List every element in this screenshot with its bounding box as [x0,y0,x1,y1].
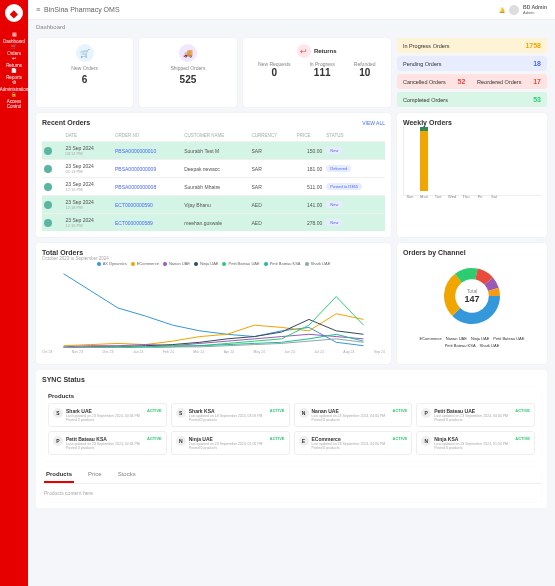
tab-stocks[interactable]: Stocks [116,467,138,483]
status-row: Cancelled Orders52Reordered Orders17 [397,74,547,89]
channel-icon: P [421,408,431,418]
avatar-icon [44,147,52,155]
table-row[interactable]: 23 Sep 202412:16 PM ECT0000000589 meehan… [42,214,385,232]
avatar[interactable] [509,5,519,15]
header: ≡ BinSina Pharmacy OMS 🔔 BD Admin Admin [28,0,555,20]
stat-new-orders: 🛒 New Orders 6 [36,38,133,107]
report-icon: 📄 [11,68,17,73]
avatar-icon [44,165,52,173]
tab-products[interactable]: Products [44,467,74,483]
status-list: In Progress Orders1758Pending Orders18Ca… [397,38,547,107]
channel-icon: N [421,436,431,446]
cart-icon: 🛒 [76,44,94,62]
view-all-link[interactable]: VIEW ALL [362,120,385,126]
sync-item[interactable]: N Ninja KSAACTIVE Last updated on 23 Sep… [416,431,535,455]
app-title: BinSina Pharmacy OMS [44,6,119,13]
return-icon: ↩ [12,56,16,61]
avatar-icon [44,219,52,227]
nav-reports[interactable]: 📄Reports [0,68,28,80]
weekly-orders: Weekly Orders SunMonTueWedThuFriSat [397,113,547,237]
nav-access-control[interactable]: 🔒Access Control [0,92,28,109]
bar: Mon [420,131,428,191]
sidebar: ◆ ▦Dashboard🛒Orders↩Returns📄Reports⚙Admi… [0,0,28,586]
stat-shipped: 🚚 Shipped Orders 525 [139,38,236,107]
menu-icon[interactable]: ≡ [36,6,40,13]
sync-item[interactable]: P Petit Bateau KSAACTIVE Last updated on… [48,431,167,455]
channel-icon: S [53,408,63,418]
sync-item[interactable]: N Ninja UAEACTIVE Last updated on 23 Sep… [171,431,290,455]
channel-icon: N [299,408,309,418]
nav-dashboard[interactable]: ▦Dashboard [0,32,28,44]
status-row: In Progress Orders1758 [397,38,547,53]
nav-administration[interactable]: ⚙Administration [0,80,28,92]
truck-icon: 🚚 [179,44,197,62]
sync-status: SYNC Status Products S Shark UAEACTIVE L… [36,370,547,508]
nav-returns[interactable]: ↩Returns [0,56,28,68]
channel-icon: N [176,436,186,446]
logo: ◆ [5,4,23,22]
table-row[interactable]: 23 Sep 202412:18 PM ECT0000000590 Vijay … [42,196,385,214]
avatar-icon [44,183,52,191]
orders-table: DATEORDER NOCUSTOMER NAMECURRENCYPRICEST… [42,130,385,231]
channel-icon: E [299,436,309,446]
weekly-bar-chart: SunMonTueWedThuFriSat [403,126,541,196]
line-chart: Oct 23Nov 23Dec 23Jan 24Feb 24Mar 24Apr … [42,268,385,358]
table-row[interactable]: 23 Sep 202412:19 PM PBSA0000000008 Soura… [42,178,385,196]
sync-item[interactable]: P Petit Bateau UAEACTIVE Last updated on… [416,403,535,427]
admin-icon: ⚙ [12,80,16,85]
lock-icon: 🔒 [11,92,17,97]
orders-by-channel: Orders by Channel Total 147 ECommerce Na… [397,243,547,364]
stat-returns: ↩ Returns New Requests0In Progress111Ref… [243,38,391,107]
sync-item[interactable]: N Nanan UAEACTIVE Last updated on 23 Sep… [294,403,413,427]
recent-orders: Recent Orders VIEW ALL DATEORDER NOCUSTO… [36,113,391,237]
return-icon: ↩ [297,44,311,58]
avatar-icon [44,201,52,209]
channel-icon: S [176,408,186,418]
breadcrumb: Dashboard [28,20,555,34]
status-row: Completed Orders53 [397,92,547,107]
total-orders: Total Orders October 2023 to September 2… [36,243,391,364]
tab-price[interactable]: Price [86,467,104,483]
table-row[interactable]: 23 Sep 202403:14 PM PBSA0000000010 Soura… [42,142,385,160]
channel-icon: P [53,436,63,446]
donut-chart: Total 147 [403,256,541,336]
user-role: Admin [523,10,547,15]
table-row[interactable]: 23 Sep 202401:13 PM PBSA0000000009 Deepa… [42,160,385,178]
notification-icon[interactable]: 🔔 [499,7,505,13]
status-row: Pending Orders18 [397,56,547,71]
sync-item[interactable]: S Shark UAEACTIVE Last updated on 23 Sep… [48,403,167,427]
tab-content: Products content here [42,484,541,502]
cart-icon: 🛒 [11,44,17,49]
sync-item[interactable]: S Shark KSAACTIVE Last updated on 18 Sep… [171,403,290,427]
nav-orders[interactable]: 🛒Orders [0,44,28,56]
sync-item[interactable]: E ECommerceACTIVE Last updated on 23 Sep… [294,431,413,455]
grid-icon: ▦ [12,32,17,37]
